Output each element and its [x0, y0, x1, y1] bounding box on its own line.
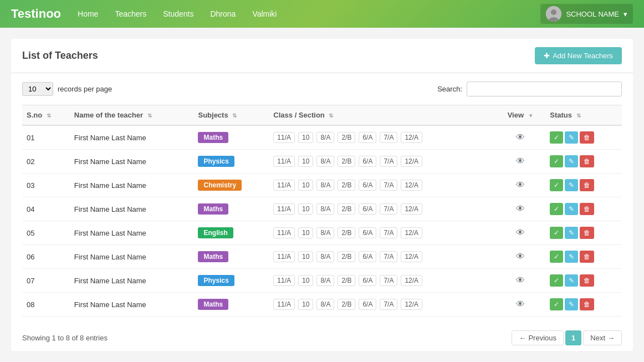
cell-view[interactable]: 👁	[495, 269, 545, 293]
cell-status: ✓✎🗑	[545, 150, 622, 174]
table-row: 03First Name Last NameChemistry11/A108/A…	[22, 174, 622, 197]
delete-button[interactable]: 🗑	[580, 298, 594, 310]
cell-status: ✓✎🗑	[545, 197, 622, 221]
cell-view[interactable]: 👁	[495, 245, 545, 269]
cell-teacher-name: First Name Last Name	[70, 174, 194, 197]
delete-button[interactable]: 🗑	[580, 274, 594, 287]
nav-dhrona[interactable]: Dhrona	[210, 9, 236, 18]
cell-view[interactable]: 👁	[495, 125, 545, 150]
class-tag: 10	[298, 251, 313, 262]
eye-icon[interactable]: 👁	[516, 132, 525, 142]
approve-button[interactable]: ✓	[550, 251, 563, 263]
class-tag: 2/B	[338, 203, 355, 215]
delete-button[interactable]: 🗑	[580, 179, 594, 191]
approve-button[interactable]: ✓	[550, 274, 563, 287]
approve-button[interactable]: ✓	[550, 179, 563, 191]
add-new-teachers-button[interactable]: ✚ Add New Teachers	[535, 47, 622, 64]
approve-button[interactable]: ✓	[550, 155, 563, 167]
next-button[interactable]: Next →	[583, 330, 622, 345]
class-tag: 11/A	[273, 180, 295, 191]
nav-teachers[interactable]: Teachers	[115, 9, 146, 18]
nav-students[interactable]: Students	[163, 9, 193, 18]
avatar	[546, 6, 561, 22]
cell-subject: Physics	[193, 150, 269, 174]
cell-classes: 11/A108/A2/B6/A7/A12/A	[269, 269, 495, 293]
sort-icon-class[interactable]: ⇅	[329, 113, 333, 119]
edit-button[interactable]: ✎	[565, 131, 578, 144]
class-tag: 8/A	[316, 203, 334, 215]
approve-button[interactable]: ✓	[550, 203, 563, 215]
cell-teacher-name: First Name Last Name	[70, 197, 194, 221]
eye-icon[interactable]: 👁	[516, 204, 525, 213]
edit-button[interactable]: ✎	[565, 203, 578, 215]
table-header: S.no ⇅ Name of the teacher ⇅ Subjects ⇅ …	[22, 105, 622, 126]
eye-icon[interactable]: 👁	[516, 180, 525, 190]
subject-badge: Maths	[198, 251, 228, 262]
cell-status: ✓✎🗑	[545, 245, 622, 269]
class-tag: 11/A	[273, 132, 295, 143]
edit-button[interactable]: ✎	[565, 274, 578, 287]
class-tag: 12/A	[401, 132, 422, 143]
cell-view[interactable]: 👁	[495, 221, 545, 245]
cell-view[interactable]: 👁	[495, 197, 545, 221]
cell-sno: 08	[22, 293, 70, 317]
class-tag: 2/B	[338, 275, 355, 286]
edit-button[interactable]: ✎	[565, 298, 578, 310]
sort-icon-name[interactable]: ⇅	[147, 113, 152, 119]
edit-button[interactable]: ✎	[565, 179, 578, 191]
class-tag: 11/A	[273, 227, 295, 238]
cell-view[interactable]: 👁	[495, 150, 545, 174]
records-per-page-select[interactable]: 10 25 50 100	[22, 82, 53, 96]
sort-icon-subjects[interactable]: ⇅	[232, 113, 237, 119]
sort-icon-sno[interactable]: ⇅	[47, 113, 51, 119]
delete-button[interactable]: 🗑	[580, 155, 594, 167]
records-control: 10 25 50 100 records per page	[22, 82, 112, 96]
col-name: Name of the teacher ⇅	[70, 105, 194, 126]
approve-button[interactable]: ✓	[550, 298, 563, 310]
eye-icon[interactable]: 👁	[516, 276, 525, 285]
cell-status: ✓✎🗑	[545, 269, 622, 293]
plus-icon: ✚	[544, 52, 550, 60]
cell-classes: 11/A108/A2/B6/A7/A12/A	[269, 125, 495, 150]
subject-badge: Physics	[198, 275, 234, 286]
eye-icon[interactable]: 👁	[516, 156, 525, 166]
class-tag: 10	[298, 203, 313, 215]
class-tag: 2/B	[338, 299, 355, 310]
delete-button[interactable]: 🗑	[580, 227, 594, 239]
cell-view[interactable]: 👁	[495, 293, 545, 317]
nav-valmiki[interactable]: Valmiki	[252, 9, 277, 18]
delete-button[interactable]: 🗑	[580, 131, 594, 144]
class-tag: 8/A	[316, 156, 334, 167]
eye-icon[interactable]: 👁	[516, 228, 525, 237]
user-menu[interactable]: SCHOOL NAME ▾	[540, 4, 633, 24]
table-footer: Showing 1 to 8 of 8 entries ← Previous 1…	[22, 325, 622, 345]
class-tag: 2/B	[338, 132, 355, 143]
cell-view[interactable]: 👁	[495, 174, 545, 197]
class-tag: 8/A	[316, 275, 334, 286]
class-tag: 8/A	[316, 180, 334, 191]
subject-badge: Maths	[198, 132, 228, 143]
eye-icon[interactable]: 👁	[516, 299, 525, 309]
sort-icon-status[interactable]: ⇅	[576, 113, 581, 119]
cell-sno: 02	[22, 150, 70, 174]
cell-classes: 11/A108/A2/B6/A7/A12/A	[269, 221, 495, 245]
previous-button[interactable]: ← Previous	[512, 330, 564, 345]
search-label: Search:	[437, 85, 462, 93]
cell-classes: 11/A108/A2/B6/A7/A12/A	[269, 245, 495, 269]
class-tag: 10	[298, 132, 313, 143]
sort-icon-view[interactable]: ▼	[528, 113, 534, 119]
edit-button[interactable]: ✎	[565, 227, 578, 239]
delete-button[interactable]: 🗑	[580, 251, 594, 263]
cell-sno: 01	[22, 125, 70, 150]
search-input[interactable]	[467, 81, 622, 96]
class-tag: 6/A	[359, 227, 376, 238]
table-row: 08First Name Last NameMaths11/A108/A2/B6…	[22, 293, 622, 317]
edit-button[interactable]: ✎	[565, 251, 578, 263]
approve-button[interactable]: ✓	[550, 227, 563, 239]
delete-button[interactable]: 🗑	[580, 203, 594, 215]
eye-icon[interactable]: 👁	[516, 252, 525, 261]
class-tag: 7/A	[380, 156, 397, 167]
approve-button[interactable]: ✓	[550, 131, 563, 144]
edit-button[interactable]: ✎	[565, 155, 578, 167]
nav-home[interactable]: Home	[78, 9, 98, 18]
